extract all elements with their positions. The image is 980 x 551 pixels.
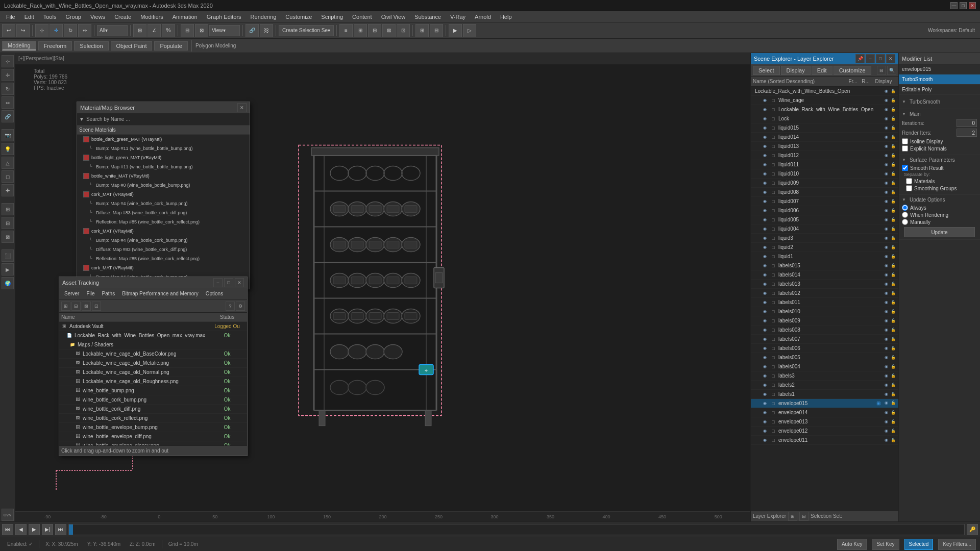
se-list-item-17[interactable]: ◉□liquid2◉🔒 [751, 243, 898, 252]
se-btn-edit[interactable]: Edit [812, 66, 832, 75]
se-vis-eye-8[interactable]: ◉ [883, 162, 889, 168]
undo-btn[interactable]: ↩ [2, 24, 15, 37]
asset-tool-3[interactable]: ⊠ [82, 302, 91, 311]
menu-item-group[interactable]: Group [61, 13, 85, 21]
se-vis-lock-0[interactable]: 🔒 [890, 88, 896, 94]
asset-help[interactable]: ? [226, 302, 235, 311]
se-list-item-15[interactable]: ◉□liquid004◉🔒 [751, 224, 898, 234]
asset-row-7[interactable]: 🖼wine_bottle_bump.pngOk [59, 386, 247, 395]
tab-selection[interactable]: Selection [74, 41, 108, 51]
toolbar-btn-10[interactable]: ⊠ [382, 24, 396, 37]
menu-item-civil-view[interactable]: Civil View [377, 13, 409, 21]
left-tool-light[interactable]: 💡 [2, 143, 14, 155]
se-vis-lock-26[interactable]: 🔒 [890, 327, 896, 333]
left-tool-material[interactable]: ⬛ [2, 249, 14, 262]
se-list-item-3[interactable]: ◉□Lock◉🔒 [751, 114, 898, 123]
render-type-dropdown[interactable]: View ▾ [209, 25, 240, 36]
asset-menu-paths[interactable]: Paths [99, 290, 118, 297]
se-list-item-2[interactable]: ◉□Lockable_Rack_with_Wine_Bottles_Open◉🔒 [751, 105, 898, 114]
se-vis-lock-23[interactable]: 🔒 [890, 299, 896, 306]
left-tool-env[interactable]: 🌍 [2, 277, 14, 289]
asset-row-4[interactable]: 🖼Lockable_wine_cage_old_Metalic.pngOk [59, 359, 247, 368]
se-vis-lock-30[interactable]: 🔒 [890, 364, 896, 370]
asset-row-2[interactable]: 📁Maps / Shaders [59, 340, 247, 349]
left-tool-rotate[interactable]: ↻ [2, 83, 14, 95]
left-tool-outliner[interactable]: OVN [2, 509, 14, 521]
mod-turbosmooth[interactable]: TurboSmooth [899, 74, 980, 85]
se-vis-eye-1[interactable]: ◉ [883, 97, 889, 104]
se-vis-eye-30[interactable]: ◉ [883, 364, 889, 370]
se-close[interactable]: ✕ [886, 54, 895, 63]
mat-item-4[interactable]: bottle_white_MAT (VRayMtl) [77, 171, 250, 181]
se-vis-eye-13[interactable]: ◉ [883, 208, 889, 214]
left-tool-move[interactable]: ✛ [2, 69, 14, 81]
se-vis-lock-12[interactable]: 🔒 [890, 198, 896, 205]
timeline-track[interactable] [68, 524, 965, 535]
se-list-item-8[interactable]: ◉□liquid011◉🔒 [751, 160, 898, 169]
mat-item-8[interactable]: └Diffuse: Map #83 (wine_bottle_cork_diff… [77, 208, 250, 217]
se-vis-lock-2[interactable]: 🔒 [890, 107, 896, 113]
menu-item-content[interactable]: Content [348, 13, 376, 21]
quick-render-btn[interactable]: ▷ [463, 24, 476, 37]
se-vis-eye-28[interactable]: ◉ [883, 345, 889, 352]
se-vis-lock-36[interactable]: 🔒 [890, 419, 896, 425]
se-vis-eye-35[interactable]: ◉ [883, 410, 889, 416]
se-filter-btn[interactable]: ⊟ [877, 66, 886, 75]
se-minimize[interactable]: – [866, 54, 875, 63]
se-list-item-34[interactable]: ◉□envelope015⊞◉🔒 [751, 399, 898, 408]
se-list-item-14[interactable]: ◉□liquid005◉🔒 [751, 215, 898, 224]
se-vis-eye-17[interactable]: ◉ [883, 244, 889, 251]
se-vis-eye-23[interactable]: ◉ [883, 299, 889, 306]
asset-tool-4[interactable]: ⊡ [92, 302, 101, 311]
se-list-item-20[interactable]: ◉□labels014◉🔒 [751, 270, 898, 280]
asset-menu-bitmap-performance-and-memory[interactable]: Bitmap Performance and Memory [119, 290, 202, 297]
ts-when-rendering-radio[interactable] [902, 212, 908, 218]
se-list-item-1[interactable]: ◉□Wine_cage◉🔒 [751, 96, 898, 105]
se-vis-eye-22[interactable]: ◉ [883, 290, 889, 296]
se-list-item-16[interactable]: ◉□liquid3◉🔒 [751, 234, 898, 243]
left-tool-mirror[interactable]: ⊟ [2, 217, 14, 229]
ts-smoothing-checkbox[interactable] [906, 185, 912, 191]
menu-item-tools[interactable]: Tools [39, 13, 61, 21]
left-tool-array[interactable]: ⊠ [2, 231, 14, 243]
se-vis-lock-24[interactable]: 🔒 [890, 309, 896, 315]
menu-item-edit[interactable]: Edit [20, 13, 38, 21]
toolbar-btn-13[interactable]: ⊟ [430, 24, 443, 37]
timeline-start-btn[interactable]: ⏮ [2, 524, 13, 535]
angle-snap-btn[interactable]: ∠ [148, 24, 161, 37]
scene-explorer-list[interactable]: Lockable_Rack_with_Wine_Bottles_Open◉🔒◉□… [751, 87, 898, 510]
rotate-btn[interactable]: ↻ [64, 24, 77, 37]
se-vis-lock-6[interactable]: 🔒 [890, 143, 896, 149]
se-vis-lock-18[interactable]: 🔒 [890, 254, 896, 260]
se-vis-eye-2[interactable]: ◉ [883, 107, 889, 113]
se-list-item-11[interactable]: ◉□liquid008◉🔒 [751, 188, 898, 197]
se-vis-lock-19[interactable]: 🔒 [890, 263, 896, 269]
select-move-btn[interactable]: ✛ [50, 24, 63, 37]
se-list-item-26[interactable]: ◉□labels008◉🔒 [751, 325, 898, 335]
asset-tool-2[interactable]: ⊟ [71, 302, 81, 311]
se-vis-lock-22[interactable]: 🔒 [890, 290, 896, 296]
se-vis-eye-31[interactable]: ◉ [883, 373, 889, 379]
left-tool-render[interactable]: ▶ [2, 263, 14, 276]
timeline-play-btn[interactable]: ▶ [29, 524, 40, 535]
tab-freeform[interactable]: Freeform [38, 41, 72, 51]
se-search-btn[interactable]: 🔍 [887, 66, 896, 75]
se-vis-eye-7[interactable]: ◉ [883, 153, 889, 159]
se-vis-lock-9[interactable]: 🔒 [890, 171, 896, 177]
se-vis-eye-14[interactable]: ◉ [883, 217, 889, 223]
se-vis-lock-31[interactable]: 🔒 [890, 373, 896, 379]
menu-item-animation[interactable]: Animation [168, 13, 202, 21]
auto-key-btn[interactable]: Auto Key [837, 539, 867, 550]
se-vis-eye-12[interactable]: ◉ [883, 198, 889, 205]
selection-filter-dropdown[interactable]: All ▾ [97, 25, 128, 36]
se-list-item-29[interactable]: ◉□labels005◉🔒 [751, 353, 898, 362]
se-vis-lock-29[interactable]: 🔒 [890, 355, 896, 361]
se-vis-eye-3[interactable]: ◉ [883, 116, 889, 122]
ts-materials-checkbox[interactable] [906, 178, 912, 184]
asset-row-1[interactable]: 📄Lockable_Rack_with_Wine_Bottles_Open_ma… [59, 331, 247, 340]
mirror-btn[interactable]: ⊟ [181, 24, 194, 37]
asset-settings[interactable]: ⚙ [236, 302, 245, 311]
asset-table[interactable]: Name Status 🏛Autodesk VaultLogged Ou📄Loc… [59, 313, 247, 445]
mat-item-13[interactable]: └Reflection: Map #85 (wine_bottle_cork_r… [77, 254, 250, 263]
menu-item-customize[interactable]: Customize [281, 13, 316, 21]
